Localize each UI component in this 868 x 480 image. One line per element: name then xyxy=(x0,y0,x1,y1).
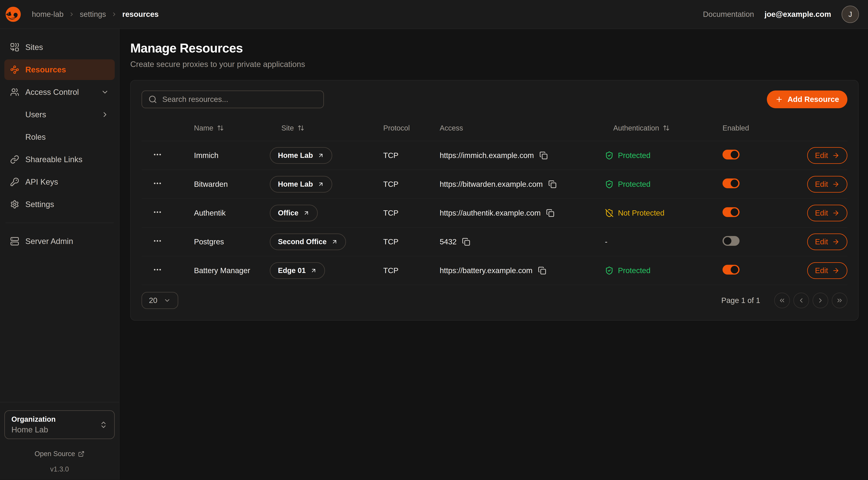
breadcrumb-org[interactable]: home-lab xyxy=(32,10,63,19)
documentation-link[interactable]: Documentation xyxy=(703,10,754,19)
protocol-value: TCP xyxy=(383,151,398,160)
shield-off-icon xyxy=(605,209,614,217)
page-size-value: 20 xyxy=(149,296,157,305)
sidebar-item-server-admin[interactable]: Server Admin xyxy=(4,231,115,251)
sidebar-item-users[interactable]: Users xyxy=(4,104,115,125)
table-row: Postgres Second Office TCP 5432 - Edit xyxy=(142,228,847,256)
sidebar-item-label: Users xyxy=(25,110,46,119)
toggle-knob xyxy=(724,237,732,245)
sidebar-item-settings[interactable]: Settings xyxy=(4,194,115,215)
site-name: Edge 01 xyxy=(278,266,306,275)
enabled-toggle[interactable] xyxy=(722,150,740,159)
table-row: Battery Manager Edge 01 TCP https://batt… xyxy=(142,256,847,285)
access-url: https://bitwarden.example.com xyxy=(440,180,543,189)
copy-button[interactable] xyxy=(548,180,557,188)
breadcrumb-separator-icon xyxy=(111,11,117,18)
enabled-toggle[interactable] xyxy=(722,236,740,246)
copy-button[interactable] xyxy=(462,238,470,246)
sidebar-item-shareable-links[interactable]: Shareable Links xyxy=(4,149,115,170)
edit-button[interactable]: Edit xyxy=(807,176,847,192)
version-label: v1.3.0 xyxy=(4,466,115,473)
add-resource-label: Add Resource xyxy=(787,95,839,104)
site-link-button[interactable]: Office xyxy=(270,205,318,221)
copy-icon xyxy=(538,266,546,275)
pangolin-logo-icon[interactable] xyxy=(4,5,23,24)
edit-button[interactable]: Edit xyxy=(807,205,847,221)
avatar[interactable]: J xyxy=(842,6,859,23)
sidebar-item-sites[interactable]: Sites xyxy=(4,37,115,58)
page-subtitle: Create secure proxies to your private ap… xyxy=(130,60,859,69)
table-row: Immich Home Lab TCP https://immich.examp… xyxy=(142,141,847,170)
site-link-button[interactable]: Home Lab xyxy=(270,176,332,192)
enabled-toggle[interactable] xyxy=(722,178,740,188)
copy-button[interactable] xyxy=(538,266,546,275)
row-menu-button[interactable] xyxy=(153,207,162,217)
site-link-button[interactable]: Second Office xyxy=(270,234,346,250)
page-status: Page 1 of 1 xyxy=(721,296,760,305)
site-link-button[interactable]: Home Lab xyxy=(270,147,332,164)
sidebar-item-api-keys[interactable]: API Keys xyxy=(4,172,115,192)
protocol-value: TCP xyxy=(383,180,398,188)
sort-icon[interactable] xyxy=(298,124,304,131)
column-header-site: Site xyxy=(281,124,294,132)
search-input[interactable] xyxy=(142,90,324,108)
breadcrumb-settings[interactable]: settings xyxy=(80,10,106,19)
column-header-enabled: Enabled xyxy=(722,124,749,132)
page-size-select[interactable]: 20 xyxy=(142,292,178,309)
previous-page-button[interactable] xyxy=(794,293,809,308)
user-email[interactable]: joe@example.com xyxy=(765,10,831,19)
row-menu-button[interactable] xyxy=(153,179,162,188)
enabled-toggle[interactable] xyxy=(722,265,740,275)
chevron-right-icon xyxy=(817,297,824,304)
arrow-up-right-icon xyxy=(317,181,324,187)
sidebar-item-roles[interactable]: Roles xyxy=(4,127,115,147)
row-menu-button[interactable] xyxy=(153,236,162,246)
resource-name: Postgres xyxy=(194,237,224,246)
toggle-knob xyxy=(731,266,738,273)
ellipsis-icon xyxy=(153,236,162,246)
column-header-authentication: Authentication xyxy=(613,124,659,132)
edit-button[interactable]: Edit xyxy=(807,147,847,164)
sidebar-item-access-control[interactable]: Access Control xyxy=(4,82,115,102)
auth-status: Protected xyxy=(618,266,651,275)
server-icon xyxy=(10,237,19,246)
open-source-link[interactable]: Open Source xyxy=(4,450,115,458)
arrow-right-icon xyxy=(832,209,840,217)
copy-button[interactable] xyxy=(546,209,554,217)
auth-status: Protected xyxy=(618,180,651,189)
organization-select[interactable]: Organization Home Lab xyxy=(4,410,115,439)
table-header-row: Name Site Protocol Access Authentication… xyxy=(142,115,847,141)
row-menu-button[interactable] xyxy=(153,265,162,274)
copy-icon xyxy=(548,180,557,188)
toggle-knob xyxy=(731,151,738,158)
sort-icon[interactable] xyxy=(663,124,670,131)
enabled-toggle[interactable] xyxy=(722,207,740,217)
site-name: Home Lab xyxy=(278,151,313,159)
sidebar: Sites Resources Access Control Users Rol… xyxy=(0,29,119,480)
breadcrumb: home-lab settings resources xyxy=(32,10,159,19)
copy-button[interactable] xyxy=(539,151,548,160)
add-resource-button[interactable]: Add Resource xyxy=(767,90,847,108)
protocol-value: TCP xyxy=(383,209,398,217)
shield-check-icon xyxy=(605,180,614,189)
sort-icon[interactable] xyxy=(217,124,224,131)
sidebar-divider xyxy=(5,222,114,223)
row-menu-button[interactable] xyxy=(153,150,162,159)
plus-icon xyxy=(775,95,783,103)
first-page-button[interactable] xyxy=(774,293,790,308)
copy-icon xyxy=(546,209,554,217)
edit-button[interactable]: Edit xyxy=(807,262,847,279)
edit-button[interactable]: Edit xyxy=(807,234,847,250)
sidebar-item-resources[interactable]: Resources xyxy=(4,59,115,80)
auth-status: Not Protected xyxy=(618,209,664,217)
sidebar-item-label: Shareable Links xyxy=(25,155,83,164)
chevron-down-icon xyxy=(101,88,109,96)
next-page-button[interactable] xyxy=(813,293,828,308)
site-link-button[interactable]: Edge 01 xyxy=(270,262,325,279)
column-header-access: Access xyxy=(440,124,463,132)
edit-label: Edit xyxy=(815,180,828,189)
arrow-right-icon xyxy=(832,238,840,246)
copy-icon xyxy=(462,238,470,246)
last-page-button[interactable] xyxy=(832,293,847,308)
chevrons-up-down-icon xyxy=(99,421,108,429)
